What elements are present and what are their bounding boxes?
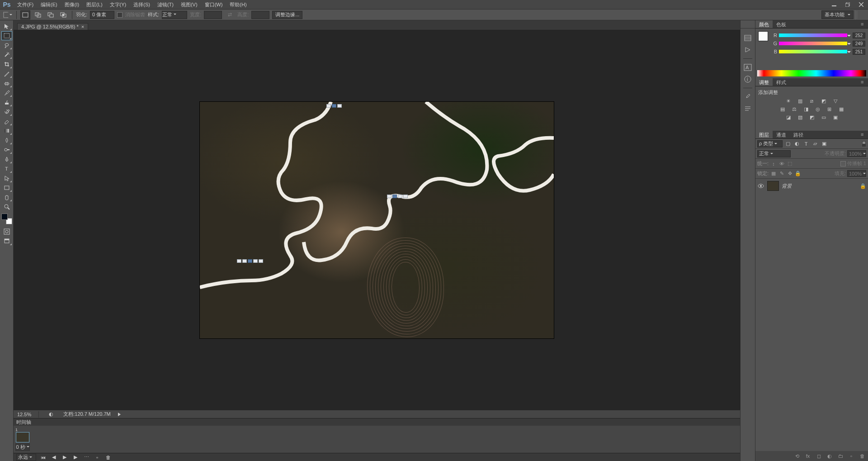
r-value[interactable]: 252: [853, 33, 865, 38]
lasso-tool[interactable]: [1, 41, 12, 50]
subtract-selection-button[interactable]: [46, 10, 56, 19]
actions-panel-icon[interactable]: [742, 46, 753, 54]
photo-filter-icon[interactable]: ◎: [814, 106, 821, 112]
brightness-icon[interactable]: ☀: [785, 98, 792, 104]
color-tab[interactable]: 颜色: [755, 20, 773, 28]
unify-visibility-icon[interactable]: 👁: [778, 161, 785, 167]
crop-tool[interactable]: [1, 60, 12, 69]
r-slider[interactable]: [779, 33, 847, 37]
add-selection-button[interactable]: [33, 10, 43, 19]
gradient-map-icon[interactable]: ▭: [820, 114, 827, 120]
gradient-tool[interactable]: [1, 126, 12, 135]
layer-mask-icon[interactable]: ◻: [816, 453, 822, 459]
color-lookup-icon[interactable]: ▦: [838, 106, 845, 112]
path-selection-tool[interactable]: [1, 174, 12, 183]
history-brush-tool[interactable]: [1, 107, 12, 116]
layer-row[interactable]: 背景 🔒: [755, 179, 868, 193]
zoom-level[interactable]: 12.5%: [17, 412, 31, 417]
b-value[interactable]: 251: [853, 49, 865, 55]
layers-tab[interactable]: 图层: [755, 131, 773, 138]
feather-input[interactable]: [90, 11, 114, 19]
new-layer-icon[interactable]: ▫: [848, 453, 854, 459]
menu-help[interactable]: 帮助(H): [226, 0, 250, 9]
type-tool[interactable]: T: [1, 164, 12, 173]
eyedropper-tool[interactable]: [1, 69, 12, 78]
lock-transparency-icon[interactable]: ▦: [770, 171, 777, 177]
hsl-icon[interactable]: ▤: [779, 106, 786, 112]
new-selection-button[interactable]: [20, 10, 30, 19]
menu-select[interactable]: 选择(S): [130, 0, 154, 9]
menu-view[interactable]: 视图(V): [177, 0, 201, 9]
menu-edit[interactable]: 编辑(E): [37, 0, 61, 9]
levels-icon[interactable]: ▥: [797, 98, 804, 104]
marquee-tool[interactable]: [1, 31, 12, 40]
filter-toggle[interactable]: [862, 141, 866, 147]
play-button[interactable]: ▶: [61, 454, 69, 461]
next-frame-button[interactable]: ▶: [71, 454, 80, 461]
delete-layer-icon[interactable]: 🗑: [859, 453, 865, 459]
color-ramp[interactable]: [757, 70, 866, 76]
loop-select[interactable]: 永远: [16, 454, 36, 461]
minimize-button[interactable]: [827, 0, 841, 9]
blur-tool[interactable]: [1, 136, 12, 145]
propagate-checkbox[interactable]: [840, 161, 846, 166]
tween-button[interactable]: ⋯: [82, 454, 90, 461]
vibrance-icon[interactable]: ▽: [832, 98, 839, 104]
panel-menu-icon[interactable]: [861, 132, 867, 136]
menu-type[interactable]: 文字(Y): [106, 0, 130, 9]
blend-mode-select[interactable]: 正常: [757, 150, 791, 157]
g-value[interactable]: 249: [853, 41, 865, 47]
new-frame-button[interactable]: ▫: [93, 454, 101, 461]
close-tab-icon[interactable]: ×: [81, 24, 84, 29]
filter-pixel-icon[interactable]: ▢: [784, 141, 792, 147]
first-frame-button[interactable]: ⏮: [39, 454, 47, 461]
paths-tab[interactable]: 路径: [790, 131, 807, 138]
group-icon[interactable]: 🗀: [837, 453, 844, 459]
link-layers-icon[interactable]: ⟲: [794, 453, 800, 459]
paragraph-panel-icon[interactable]: [742, 105, 753, 113]
channels-tab[interactable]: 通道: [773, 131, 790, 138]
document-tab[interactable]: 4.JPG @ 12.5%(RGB/8) * ×: [17, 23, 88, 30]
visibility-toggle[interactable]: [757, 184, 764, 188]
unify-position-icon[interactable]: ↕: [770, 161, 777, 167]
color-balance-icon[interactable]: ⚖: [791, 106, 798, 112]
prev-frame-button[interactable]: ◀: [50, 454, 58, 461]
filter-smart-icon[interactable]: ▣: [821, 141, 828, 147]
brush-panel-icon[interactable]: [742, 93, 753, 101]
filter-type-icon[interactable]: T: [802, 141, 810, 147]
timeline-panel-tab[interactable]: 时间轴: [14, 418, 740, 426]
collapse-panels-icon[interactable]: [855, 10, 865, 19]
color-swatches[interactable]: [1, 214, 12, 224]
brush-tool[interactable]: [1, 88, 12, 97]
filter-adjust-icon[interactable]: ◐: [793, 141, 801, 147]
panel-menu-icon[interactable]: [861, 21, 867, 26]
clone-stamp-tool[interactable]: [1, 98, 12, 107]
refine-edge-button[interactable]: 调整边缘...: [272, 11, 302, 19]
layer-thumbnail[interactable]: [767, 181, 779, 191]
adjustment-layer-icon[interactable]: ◐: [826, 453, 833, 459]
character-panel-icon[interactable]: A: [742, 63, 753, 71]
lock-pixels-icon[interactable]: ✎: [778, 171, 785, 177]
menu-layer[interactable]: 图层(L): [83, 0, 106, 9]
swatches-tab[interactable]: 色板: [773, 20, 790, 28]
style-select[interactable]: 正常: [162, 11, 187, 19]
exposure-icon[interactable]: ◩: [820, 98, 827, 104]
menu-window[interactable]: 窗口(W): [201, 0, 226, 9]
posterize-icon[interactable]: ▧: [797, 114, 804, 120]
timeline-frame[interactable]: 1 0 秒: [15, 428, 30, 451]
unify-style-icon[interactable]: ⬚: [787, 161, 793, 167]
panel-menu-icon[interactable]: [861, 79, 867, 84]
history-panel-icon[interactable]: [742, 34, 753, 42]
layer-name[interactable]: 背景: [782, 183, 792, 190]
eraser-tool[interactable]: [1, 117, 12, 126]
status-flyout-icon[interactable]: [118, 413, 123, 416]
styles-tab[interactable]: 样式: [773, 78, 790, 86]
channel-mixer-icon[interactable]: ⊞: [826, 106, 833, 112]
b-slider[interactable]: [779, 50, 847, 53]
workspace-select[interactable]: 基本功能: [821, 10, 854, 19]
curves-icon[interactable]: ⧄: [808, 98, 816, 104]
frame-delay[interactable]: 0 秒: [15, 443, 30, 451]
bw-icon[interactable]: ◨: [802, 106, 810, 112]
shape-tool[interactable]: [1, 183, 12, 192]
restore-button[interactable]: [841, 0, 854, 9]
